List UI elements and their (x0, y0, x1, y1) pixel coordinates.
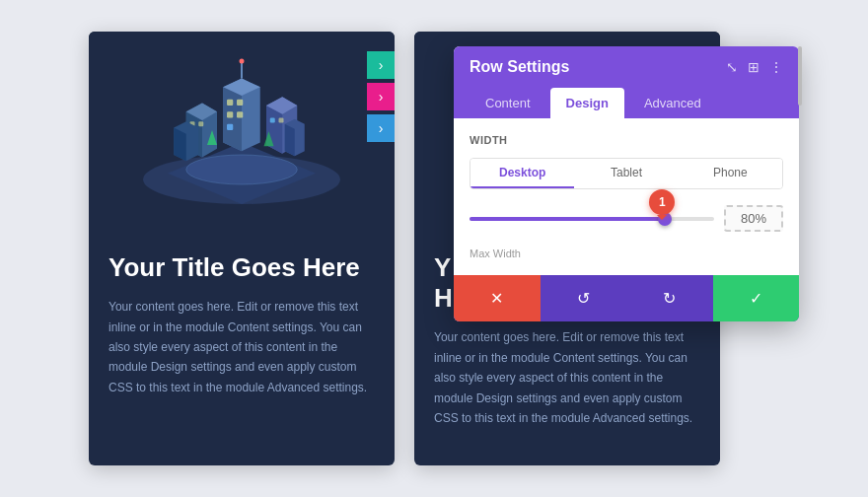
svg-rect-14 (198, 121, 203, 126)
svg-rect-5 (227, 100, 233, 106)
svg-rect-8 (237, 111, 243, 117)
max-width-label: Max Width (470, 248, 783, 259)
width-label: Width (470, 134, 783, 146)
svg-rect-7 (227, 111, 233, 117)
left-side-buttons: › › › (367, 51, 395, 142)
tab-advanced[interactable]: Advanced (628, 88, 717, 118)
tab-design[interactable]: Design (550, 88, 624, 118)
side-button-blue[interactable]: › (367, 114, 395, 142)
svg-point-27 (240, 59, 245, 64)
panel-header: Row Settings ⤡ ⊞ ⋮ (454, 46, 799, 88)
undo-button[interactable]: ↺ (541, 275, 627, 321)
scrollbar[interactable] (798, 46, 802, 106)
side-button-teal[interactable]: › (367, 51, 395, 79)
number-badge: 1 (649, 189, 675, 215)
slider-fill (470, 217, 665, 221)
tab-content[interactable]: Content (470, 88, 546, 118)
redo-button[interactable]: ↻ (626, 275, 713, 321)
device-tab-phone[interactable]: Phone (679, 159, 782, 188)
right-card-text: Your content goes here. Edit or remove t… (434, 327, 700, 428)
device-tab-desktop[interactable]: Desktop (470, 159, 574, 188)
device-tab-tablet[interactable]: Tablet (574, 159, 678, 188)
left-card-content: Your Title Goes Here Your content goes h… (89, 229, 395, 421)
svg-point-28 (186, 155, 298, 184)
grid-icon[interactable]: ⊞ (748, 59, 760, 75)
panel-tabs: Content Design Advanced (454, 88, 799, 118)
left-card: › › › Your Title Goes Here Your content … (89, 32, 395, 465)
panel-title: Row Settings (470, 58, 569, 76)
slider-track[interactable]: 1 (470, 217, 714, 221)
panel-footer: ✕ ↺ ↻ ✓ (454, 275, 799, 321)
panel-body: Width Desktop Tablet Phone 1 (454, 118, 799, 275)
device-tabs: Desktop Tablet Phone (470, 158, 783, 189)
main-container: › › › Your Title Goes Here Your content … (69, 12, 799, 485)
svg-marker-23 (285, 124, 295, 157)
resize-icon[interactable]: ⤡ (726, 59, 738, 75)
svg-rect-6 (237, 100, 243, 106)
save-button[interactable]: ✓ (713, 275, 800, 321)
left-card-image-area: › › › (89, 32, 395, 229)
svg-marker-3 (223, 87, 242, 151)
row-settings-panel: Row Settings ⤡ ⊞ ⋮ Content Design Advanc… (454, 46, 799, 321)
city-illustration (89, 32, 395, 229)
side-button-pink[interactable]: › (367, 83, 395, 110)
left-card-title: Your Title Goes Here (108, 252, 375, 283)
left-card-text: Your content goes here. Edit or remove t… (108, 297, 375, 397)
more-icon[interactable]: ⋮ (769, 59, 783, 75)
badge-number: 1 (659, 195, 666, 209)
close-button[interactable]: ✕ (454, 275, 541, 321)
slider-container: 1 (470, 205, 783, 232)
right-section: › YH Your content goes here. Edit or rem… (414, 32, 779, 465)
svg-rect-19 (279, 118, 284, 123)
svg-rect-9 (227, 124, 233, 130)
svg-rect-18 (270, 118, 275, 123)
width-value-input[interactable] (724, 205, 783, 232)
panel-header-icons: ⤡ ⊞ ⋮ (726, 59, 783, 75)
